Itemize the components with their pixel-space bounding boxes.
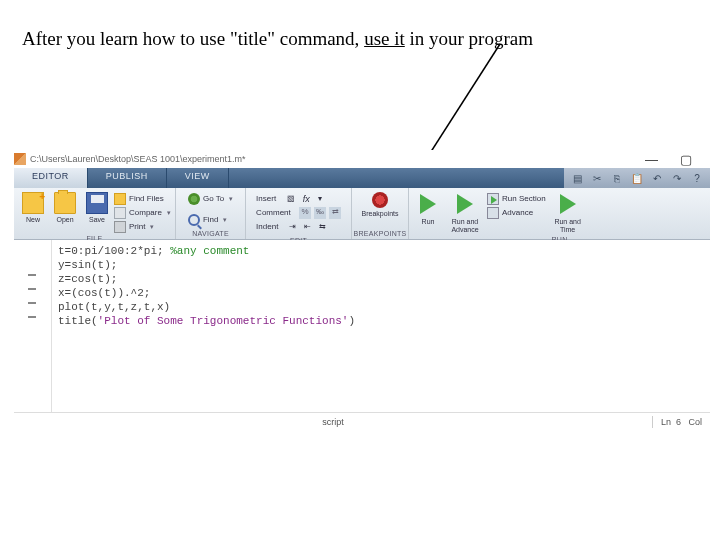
status-line-value: 6 <box>676 417 681 427</box>
chevron-down-icon: ▾ <box>150 223 154 231</box>
fx-icon: fx <box>303 194 310 204</box>
find-button[interactable]: Find▾ <box>188 213 233 226</box>
print-button[interactable]: Print▾ <box>114 220 171 233</box>
redo-icon[interactable]: ↷ <box>670 171 684 185</box>
group-label-navigate: NAVIGATE <box>176 230 245 239</box>
insert-button[interactable]: Insert ▧ fx ▾ <box>256 192 341 205</box>
run-advance-button[interactable]: Run and Advance <box>445 190 485 234</box>
code-editor[interactable]: t=0:pi/100:2*pi; %any comment y=sin(t); … <box>14 240 710 412</box>
find-files-icon <box>114 193 126 205</box>
instruction-text: After you learn how to use "title" comma… <box>22 28 533 50</box>
new-file-icon <box>22 192 44 214</box>
run-time-icon <box>560 194 576 214</box>
compare-icon <box>114 207 126 219</box>
tab-publish[interactable]: PUBLISH <box>88 168 167 188</box>
section-icon: ▧ <box>287 194 295 203</box>
save-icon <box>86 192 108 214</box>
maximize-button[interactable]: ▢ <box>680 152 692 167</box>
paste-icon[interactable]: 📋 <box>630 171 644 185</box>
undo-icon[interactable]: ↶ <box>650 171 664 185</box>
status-col-label: Col <box>688 417 702 427</box>
quick-access-toolbar: ▤ ✂ ⎘ 📋 ↶ ↷ ? <box>564 168 710 188</box>
new-button[interactable]: New <box>18 190 48 224</box>
status-bar: script Ln 6 Col <box>14 412 710 430</box>
fold-mark[interactable] <box>28 302 36 304</box>
help-icon[interactable]: ? <box>690 171 704 185</box>
status-line-label: Ln <box>661 417 671 427</box>
matlab-editor-window: C:\Users\Lauren\Desktop\SEAS 1001\experi… <box>14 150 710 430</box>
editor-gutter[interactable] <box>14 240 52 412</box>
outdent-icon: ⇤ <box>304 222 311 231</box>
copy-icon[interactable]: ⎘ <box>610 171 624 185</box>
run-time-button[interactable]: Run and Time <box>548 190 588 234</box>
comment-button[interactable]: Comment %‰⇄ <box>256 206 341 219</box>
smart-indent-icon: ⇆ <box>319 222 326 231</box>
run-section-icon <box>487 193 499 205</box>
app-logo-icon <box>14 153 26 165</box>
indent-button[interactable]: Indent ⇥ ⇤ ⇆ <box>256 220 341 233</box>
toolstrip: New Open Save Find Files Compare▾ Print▾… <box>14 188 710 240</box>
folder-open-icon <box>54 192 76 214</box>
breakpoint-icon <box>372 192 388 208</box>
code-line[interactable]: title('Plot of Some Trigonometric Functi… <box>58 314 710 328</box>
percent-icon: % <box>299 207 311 219</box>
indent-icon: ⇥ <box>289 222 296 231</box>
play-advance-icon <box>457 194 473 214</box>
find-files-button[interactable]: Find Files <box>114 192 171 205</box>
print-icon <box>114 221 126 233</box>
wrap-icon: ⇄ <box>329 207 341 219</box>
search-icon <box>188 214 200 226</box>
qat-icon[interactable]: ▤ <box>570 171 584 185</box>
tab-editor[interactable]: EDITOR <box>14 168 88 188</box>
uncomment-icon: ‰ <box>314 207 326 219</box>
goto-icon <box>188 193 200 205</box>
chevron-down-icon: ▾ <box>167 209 171 217</box>
save-button[interactable]: Save <box>82 190 112 224</box>
play-icon <box>420 194 436 214</box>
fold-mark[interactable] <box>28 316 36 318</box>
minimize-button[interactable]: ― <box>645 152 658 167</box>
run-section-button[interactable]: Run Section <box>487 192 546 205</box>
advance-button[interactable]: Advance <box>487 206 546 219</box>
fold-mark[interactable] <box>28 274 36 276</box>
open-button[interactable]: Open <box>50 190 80 224</box>
tab-view[interactable]: VIEW <box>167 168 229 188</box>
chevron-down-icon: ▾ <box>229 195 233 203</box>
breakpoints-button[interactable]: Breakpoints <box>356 190 404 218</box>
code-line[interactable]: t=0:pi/100:2*pi; %any comment <box>58 244 710 258</box>
status-file-type: script <box>322 417 344 427</box>
code-line[interactable]: plot(t,y,t,z,t,x) <box>58 300 710 314</box>
run-button[interactable]: Run <box>413 190 443 226</box>
group-label-breakpoints: BREAKPOINTS <box>352 230 408 239</box>
file-path: C:\Users\Lauren\Desktop\SEAS 1001\experi… <box>30 154 645 164</box>
code-line[interactable]: y=sin(t); <box>58 258 710 272</box>
window-titlebar: C:\Users\Lauren\Desktop\SEAS 1001\experi… <box>14 150 710 168</box>
fold-mark[interactable] <box>28 288 36 290</box>
chevron-down-icon: ▾ <box>223 216 227 224</box>
code-line[interactable]: z=cos(t); <box>58 272 710 286</box>
goto-button[interactable]: Go To▾ <box>188 192 233 205</box>
ribbon-tabs: EDITOR PUBLISH VIEW ▤ ✂ ⎘ 📋 ↶ ↷ ? <box>14 168 710 188</box>
code-line[interactable]: x=(cos(t)).^2; <box>58 286 710 300</box>
advance-icon <box>487 207 499 219</box>
cut-icon[interactable]: ✂ <box>590 171 604 185</box>
insert-more-icon: ▾ <box>318 194 322 203</box>
compare-button[interactable]: Compare▾ <box>114 206 171 219</box>
